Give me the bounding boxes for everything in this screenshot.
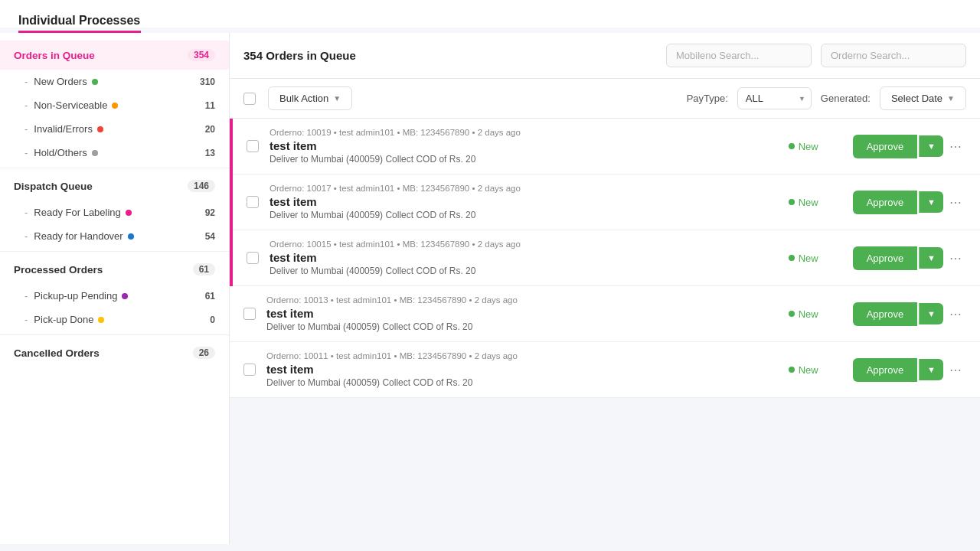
sidebar-item-hold-others[interactable]: - Hold/Others 13	[0, 141, 229, 165]
approve-dropdown-button[interactable]: ▼	[919, 135, 943, 157]
order-meta: Orderno: 10019 • test admin101 • MB: 123…	[270, 128, 778, 137]
page-title: Individual Processes	[0, 0, 980, 28]
chevron-down-icon: ▼	[947, 94, 955, 103]
sidebar-item-cancelled-orders[interactable]: Cancelled Orders 26	[0, 338, 229, 367]
sidebar-divider-3	[0, 334, 229, 335]
order-checkbox[interactable]	[247, 140, 259, 152]
sidebar-item-cancelled-orders-label: Cancelled Orders	[14, 347, 100, 359]
sidebar-item-processed-orders[interactable]: Processed Orders 61	[0, 255, 229, 284]
sidebar-item-processed-orders-badge: 61	[193, 263, 215, 276]
select-all-checkbox[interactable]	[243, 93, 256, 105]
order-row-wrapper: Orderno: 10011 • test admin101 • MB: 123…	[230, 342, 980, 398]
order-info: Orderno: 10015 • test admin101 • MB: 123…	[270, 240, 778, 276]
more-options-button[interactable]: ⋯	[945, 191, 966, 214]
order-checkbox[interactable]	[247, 252, 259, 264]
approve-button[interactable]: Approve	[853, 246, 917, 270]
more-options-button[interactable]: ⋯	[945, 135, 966, 158]
order-actions: Approve ▼ ⋯	[853, 302, 966, 326]
order-checkbox[interactable]	[247, 196, 259, 208]
dash-icon: -	[24, 230, 28, 242]
orderno-search-input[interactable]	[821, 44, 966, 67]
sidebar-item-pickup-pending[interactable]: - Pickup-up Pending 61	[0, 284, 229, 308]
more-options-button[interactable]: ⋯	[945, 246, 966, 270]
order-status: New	[789, 364, 842, 376]
approve-dropdown-button[interactable]: ▼	[919, 359, 943, 380]
ready-for-labeling-dot	[126, 210, 132, 216]
sidebar-section-dispatch-queue: Dispatch Queue 146 - Ready For Labeling …	[0, 171, 229, 248]
dash-icon: -	[24, 147, 28, 158]
new-orders-count: 310	[200, 77, 215, 87]
invalid-errors-dot	[97, 126, 103, 132]
dash-icon: -	[24, 123, 28, 135]
sidebar-item-orders-in-queue[interactable]: Orders in Queue 354	[0, 41, 229, 70]
order-name: test item	[266, 307, 778, 320]
more-options-button[interactable]: ⋯	[945, 358, 966, 382]
order-delivery: Deliver to Mumbai (400059) Collect COD o…	[270, 210, 778, 220]
hold-others-dot	[92, 150, 98, 156]
order-row: Orderno: 10015 • test admin101 • MB: 123…	[230, 230, 980, 286]
sidebar-item-invalid-errors[interactable]: - Invalid/Errors 20	[0, 117, 229, 141]
paytype-label: PayType:	[687, 93, 728, 104]
order-row: Orderno: 10017 • test admin101 • MB: 123…	[230, 174, 980, 230]
approve-button[interactable]: Approve	[853, 135, 917, 158]
sidebar-item-non-serviceable-label: Non-Serviceable	[34, 99, 107, 111]
order-status-label: New	[799, 253, 818, 264]
pink-bar-indicator	[230, 174, 233, 230]
sidebar-item-dispatch-queue-badge: 146	[188, 180, 215, 192]
pink-bar-indicator	[230, 119, 233, 174]
order-meta: Orderno: 10013 • test admin101 • MB: 123…	[266, 295, 778, 305]
sidebar-item-ready-for-labeling[interactable]: - Ready For Labeling 92	[0, 201, 229, 224]
order-checkbox[interactable]	[243, 364, 256, 376]
order-actions: Approve ▼ ⋯	[853, 191, 966, 214]
ready-for-handover-dot	[128, 233, 134, 240]
order-status: New	[789, 253, 842, 264]
approve-button[interactable]: Approve	[853, 302, 917, 326]
sidebar-item-dispatch-queue[interactable]: Dispatch Queue 146	[0, 171, 229, 201]
sidebar-divider-1	[0, 168, 229, 168]
approve-button[interactable]: Approve	[853, 358, 917, 382]
sidebar-item-pick-up-done[interactable]: - Pick-up Done 0	[0, 308, 229, 331]
bulk-action-label: Bulk Action	[279, 93, 328, 104]
orders-list: Orderno: 10019 • test admin101 • MB: 123…	[230, 119, 980, 544]
sidebar: Orders in Queue 354 - New Orders 310 - N…	[0, 33, 230, 544]
non-serviceable-dot	[112, 103, 118, 109]
order-status-label: New	[799, 308, 818, 320]
sidebar-section-cancelled-orders: Cancelled Orders 26	[0, 338, 229, 367]
approve-dropdown-button[interactable]: ▼	[919, 191, 943, 213]
approve-dropdown-button[interactable]: ▼	[919, 303, 943, 324]
sidebar-item-cancelled-orders-badge: 26	[193, 347, 215, 359]
order-row: Orderno: 10019 • test admin101 • MB: 123…	[230, 119, 980, 174]
main-layout: Orders in Queue 354 - New Orders 310 - N…	[0, 33, 980, 544]
order-checkbox[interactable]	[243, 308, 256, 320]
paytype-select[interactable]: ALL COD PREPAID	[737, 87, 812, 109]
order-name: test item	[270, 139, 778, 152]
content-header: 354 Orders in Queue	[230, 33, 980, 79]
order-status-label: New	[799, 197, 818, 208]
sidebar-item-new-orders[interactable]: - New Orders 310	[0, 70, 229, 93]
toolbar: Bulk Action ▼ PayType: ALL COD PREPAID G…	[230, 79, 980, 119]
mobileno-search-input[interactable]	[666, 44, 812, 67]
bulk-action-button[interactable]: Bulk Action ▼	[268, 86, 352, 110]
select-date-button[interactable]: Select Date ▼	[880, 86, 966, 110]
sidebar-item-ready-for-handover[interactable]: - Ready for Handover 54	[0, 224, 229, 248]
approve-button[interactable]: Approve	[853, 191, 917, 214]
order-info: Orderno: 10017 • test admin101 • MB: 123…	[270, 184, 778, 220]
pickup-pending-dot	[122, 293, 128, 299]
ready-for-labeling-count: 92	[205, 207, 215, 218]
sidebar-item-non-serviceable[interactable]: - Non-Serviceable 11	[0, 93, 229, 117]
order-status-label: New	[799, 364, 818, 376]
approve-dropdown-button[interactable]: ▼	[919, 247, 943, 269]
status-dot	[789, 311, 795, 317]
order-meta: Orderno: 10015 • test admin101 • MB: 123…	[270, 240, 778, 249]
new-orders-dot	[92, 79, 98, 85]
dash-icon: -	[24, 290, 28, 302]
order-status: New	[789, 197, 842, 208]
pick-up-done-dot	[98, 317, 104, 323]
pink-bar-indicator	[230, 230, 233, 286]
more-options-button[interactable]: ⋯	[945, 302, 966, 326]
dash-icon: -	[24, 314, 28, 325]
order-info: Orderno: 10011 • test admin101 • MB: 123…	[266, 351, 778, 388]
sidebar-item-dispatch-queue-label: Dispatch Queue	[14, 181, 93, 192]
order-actions: Approve ▼ ⋯	[853, 358, 966, 382]
order-delivery: Deliver to Mumbai (400059) Collect COD o…	[266, 377, 778, 388]
